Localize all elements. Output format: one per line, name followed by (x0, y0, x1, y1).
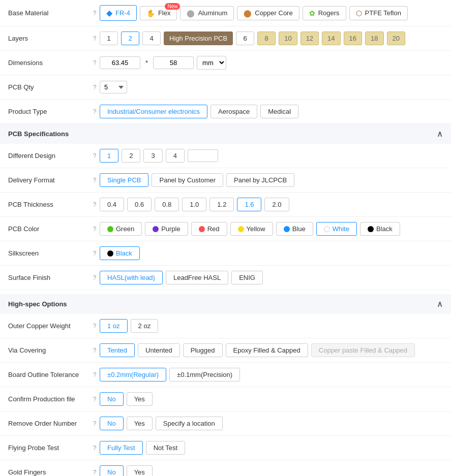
thickness-04-button[interactable]: 0.4 (100, 198, 124, 211)
base-material-options: ◆ FR-4 ✋ Flex New ⬤ Aluminum ⬤ Copper Co… (100, 5, 443, 21)
confirmproduction-no-button[interactable]: No (100, 392, 124, 406)
highspec-section-header[interactable]: High-spec Options ∧ (0, 294, 451, 314)
deliveryformat-single-button[interactable]: Single PCB (100, 173, 148, 187)
pcbthickness-label: PCB Thickness (8, 201, 89, 208)
pcbcolor-help-icon[interactable]: ? (89, 226, 100, 233)
pcbspec-title: PCB Specifications (8, 130, 69, 138)
thickness-08-button[interactable]: 0.8 (155, 198, 179, 211)
silkscreen-options: Black (100, 246, 443, 260)
differentdesign-1-button[interactable]: 1 (100, 149, 118, 163)
surfacefinish-hasl-free-button[interactable]: LeadFree HASL (166, 271, 228, 284)
layers-help-icon[interactable]: ? (89, 35, 100, 42)
viacovering-epoxy-button[interactable]: Epoxy Filled & Capped (226, 343, 308, 357)
material-fr4-button[interactable]: ◆ FR-4 (100, 5, 137, 21)
layer-highprecision-button[interactable]: High Precision PCB (164, 31, 233, 45)
pcbspec-section-header[interactable]: PCB Specifications ∧ (0, 124, 451, 144)
producttype-help-icon[interactable]: ? (89, 108, 100, 115)
producttype-industrial-button[interactable]: Industrial/Consumer electronics (100, 105, 207, 118)
material-coppercore-button[interactable]: ⬤ Copper Core (237, 6, 299, 20)
viacovering-tented-button[interactable]: Tented (100, 343, 135, 357)
confirmproduction-help-icon[interactable]: ? (89, 396, 100, 403)
removeordernumber-no-button[interactable]: No (100, 417, 124, 430)
layer-20-button[interactable]: 20 (387, 31, 405, 45)
material-aluminum-button[interactable]: ⬤ Aluminum (180, 6, 234, 20)
layer-6-button[interactable]: 6 (236, 31, 254, 45)
color-red-button[interactable]: Red (191, 222, 227, 236)
deliveryformat-panel-jlc-button[interactable]: Panel by JLCPCB (226, 173, 294, 187)
surfacefinish-enig-button[interactable]: ENIG (231, 271, 263, 284)
aluminum-icon: ⬤ (187, 9, 195, 17)
silkscreen-help-icon[interactable]: ? (89, 250, 100, 257)
removeordernumber-options: No Yes Specify a location (100, 417, 443, 430)
differentdesign-help-icon[interactable]: ? (89, 152, 100, 160)
pcbthickness-help-icon[interactable]: ? (89, 201, 100, 208)
outercopper-help-icon[interactable]: ? (89, 323, 100, 330)
boardoutline-precision-button[interactable]: ±0.1mm(Precision) (169, 368, 240, 382)
pcbqty-options: 5 10 15 20 25 30 50 75 100 (100, 81, 443, 93)
layer-10-button[interactable]: 10 (279, 31, 297, 45)
dimensions-help-icon[interactable]: ? (89, 59, 100, 67)
layer-12-button[interactable]: 12 (300, 31, 319, 45)
deliveryformat-help-icon[interactable]: ? (89, 177, 100, 184)
differentdesign-custom-input[interactable] (188, 149, 218, 162)
color-purple-button[interactable]: Purple (145, 222, 188, 236)
flyingprobetest-fully-button[interactable]: Fully Test (100, 441, 143, 455)
viacovering-plugged-button[interactable]: Plugged (183, 343, 223, 357)
surfacefinish-help-icon[interactable]: ? (89, 274, 100, 281)
layer-1-button[interactable]: 1 (100, 31, 118, 45)
layer-2-button[interactable]: 2 (121, 31, 139, 45)
thickness-10-button[interactable]: 1.0 (182, 198, 206, 211)
viacovering-help-icon[interactable]: ? (89, 347, 100, 354)
dimensions-width-input[interactable] (100, 56, 140, 69)
layer-18-button[interactable]: 18 (365, 31, 383, 45)
pcbqty-select[interactable]: 5 10 15 20 25 30 50 75 100 (100, 81, 127, 93)
differentdesign-4-button[interactable]: 4 (166, 149, 185, 163)
dimensions-row: Dimensions ? * mm inch (0, 51, 451, 75)
layer-4-button[interactable]: 4 (142, 31, 161, 45)
differentdesign-options: 1 2 3 4 (100, 149, 443, 163)
removeordernumber-yes-button[interactable]: Yes (127, 417, 153, 430)
material-ptfe-button[interactable]: ⬡ PTFE Teflon (349, 6, 408, 20)
deliveryformat-panel-customer-button[interactable]: Panel by Customer (152, 173, 223, 187)
silkscreen-row: Silkscreen ? Black (0, 241, 451, 266)
color-black-button[interactable]: Black (360, 222, 400, 236)
boardoutline-help-icon[interactable]: ? (89, 371, 100, 378)
viacovering-options: Tented Untented Plugged Epoxy Filled & C… (100, 343, 443, 357)
producttype-aerospace-button[interactable]: Aerospace (211, 105, 257, 118)
thickness-20-button[interactable]: 2.0 (264, 198, 289, 211)
pcbqty-help-icon[interactable]: ? (89, 84, 100, 91)
thickness-12-button[interactable]: 1.2 (209, 198, 234, 211)
thickness-06-button[interactable]: 0.6 (127, 198, 152, 211)
removeordernumber-specify-button[interactable]: Specify a location (156, 417, 223, 430)
goldfingers-help-icon[interactable]: ? (89, 469, 100, 476)
differentdesign-2-button[interactable]: 2 (122, 149, 140, 163)
color-yellow-button[interactable]: Yellow (230, 222, 273, 236)
boardoutline-regular-button[interactable]: ±0.2mm(Regular) (100, 368, 166, 382)
goldfingers-yes-button[interactable]: Yes (127, 465, 153, 476)
flyingprobetest-help-icon[interactable]: ? (89, 445, 100, 452)
layer-8-button[interactable]: 8 (257, 31, 276, 45)
flyingprobetest-not-button[interactable]: Not Test (146, 441, 185, 455)
surfacefinish-hasl-lead-button[interactable]: HASL(with lead) (100, 271, 163, 284)
outercopper-2oz-button[interactable]: 2 oz (131, 319, 159, 333)
boardoutline-options: ±0.2mm(Regular) ±0.1mm(Precision) (100, 368, 443, 382)
layer-16-button[interactable]: 16 (344, 31, 362, 45)
dimensions-unit-select[interactable]: mm inch (197, 56, 226, 70)
base-material-help-icon[interactable]: ? (89, 10, 100, 17)
confirmproduction-options: No Yes (100, 392, 443, 406)
viacovering-untented-button[interactable]: Untented (138, 343, 180, 357)
material-rogers-button[interactable]: ✿ Rogers (303, 6, 346, 20)
color-white-button[interactable]: White (316, 222, 357, 236)
producttype-medical-button[interactable]: Medical (260, 105, 298, 118)
dimensions-height-input[interactable] (153, 56, 194, 69)
silkscreen-black-button[interactable]: Black (100, 246, 140, 260)
color-green-button[interactable]: Green (100, 222, 142, 236)
removeordernumber-help-icon[interactable]: ? (89, 420, 100, 427)
goldfingers-no-button[interactable]: No (100, 465, 124, 476)
layer-14-button[interactable]: 14 (322, 31, 340, 45)
confirmproduction-yes-button[interactable]: Yes (127, 392, 153, 406)
outercopper-1oz-button[interactable]: 1 oz (100, 319, 128, 333)
differentdesign-3-button[interactable]: 3 (143, 149, 162, 163)
thickness-16-button[interactable]: 1.6 (237, 198, 261, 211)
color-blue-button[interactable]: Blue (276, 222, 313, 236)
